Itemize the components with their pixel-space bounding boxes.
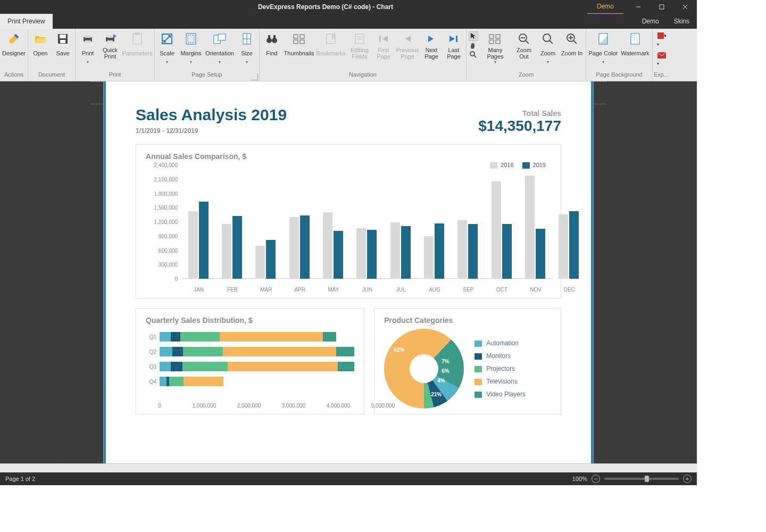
scale-button[interactable]: Scale▾: [156, 30, 178, 64]
group-label: Page Background: [587, 71, 651, 81]
svg-point-49: [470, 52, 474, 56]
group-label: Print: [77, 71, 153, 81]
hand-icon[interactable]: [469, 41, 478, 50]
svg-rect-13: [107, 35, 113, 38]
total-sales-label: Total Sales: [478, 109, 561, 118]
svg-rect-8: [60, 40, 65, 43]
donut-legend: Automation Monitors Projectors Televisio…: [474, 339, 526, 398]
open-icon: [34, 32, 47, 46]
size-button[interactable]: Size▾: [236, 30, 258, 64]
print-button[interactable]: Print▾: [77, 30, 99, 64]
horizontal-scrollbar[interactable]: [0, 463, 697, 472]
group-label: Navigation: [261, 71, 465, 81]
export-icon[interactable]: ▾: [657, 31, 665, 40]
legend-automation: Automation: [486, 339, 519, 347]
first-page-button: First Page: [372, 30, 395, 60]
quick-print-button[interactable]: Quick Print: [99, 30, 121, 60]
prev-page-button: Previous Page: [395, 30, 420, 60]
page-setup-dialog-launcher[interactable]: [251, 73, 258, 80]
find-button[interactable]: Find: [261, 30, 283, 60]
open-button[interactable]: Open: [29, 30, 52, 60]
pointer-icon[interactable]: [469, 31, 478, 41]
statusbar: Page 1 of 2 100% − +: [0, 472, 697, 485]
designer-button[interactable]: Designer: [1, 30, 27, 60]
group-page-setup: Scale▾ Margins▾ Orientation▾ Size▾ Page …: [155, 29, 260, 81]
svg-rect-1: [660, 5, 664, 9]
watermark-button[interactable]: Watermark: [619, 30, 651, 60]
bookmarks-button: Bookmarks: [315, 30, 347, 60]
zoom-out-status[interactable]: −: [592, 475, 600, 483]
zoom-button[interactable]: Zoom▾: [537, 30, 559, 64]
svg-rect-51: [489, 35, 494, 38]
svg-marker-38: [332, 34, 335, 39]
prev-page-icon: [401, 32, 414, 46]
preview-canvas[interactable]: Sales Analysis 2019 1/1/2019 - 12/31/201…: [0, 81, 697, 463]
zoom-in-status[interactable]: +: [683, 475, 692, 483]
svg-rect-54: [496, 40, 500, 44]
many-pages-button[interactable]: Many Pages▾: [479, 30, 511, 64]
margins-icon: [184, 32, 198, 46]
send-icon[interactable]: ▾: [657, 52, 665, 60]
parameters-icon: [130, 32, 144, 46]
page-indicator: Page 1 of 2: [5, 476, 35, 482]
thumbnails-button[interactable]: Thumbnails: [283, 30, 315, 60]
demo-chip[interactable]: Demo: [587, 0, 623, 14]
margins-button[interactable]: Margins▾: [178, 30, 204, 64]
tab-demo[interactable]: Demo: [635, 14, 667, 29]
window-title: DevExpress Reports Demo (C# code) - Char…: [64, 3, 587, 11]
printer-icon: [81, 32, 95, 46]
zoom-in-button[interactable]: Zoom In: [559, 30, 585, 60]
legend-projectors: Projectors: [486, 365, 515, 372]
zoom-thumb[interactable]: [645, 476, 649, 482]
svg-rect-53: [489, 40, 494, 44]
svg-rect-65: [631, 34, 639, 44]
svg-rect-11: [85, 40, 90, 44]
annual-title: Annual Sales Comparison, $: [146, 152, 551, 161]
page-color-button[interactable]: Page Color▾: [587, 30, 619, 64]
annual-chart: 2018 2019 0300,000600,000900,0001,200,00…: [146, 165, 551, 293]
svg-marker-45: [428, 36, 434, 42]
svg-point-29: [267, 38, 272, 43]
next-page-button[interactable]: Next Page: [420, 30, 443, 60]
magnifier-icon[interactable]: [469, 51, 478, 59]
thumbnails-icon: [292, 32, 306, 46]
total-sales-value: $14,350,177: [478, 118, 561, 135]
save-button[interactable]: Save: [52, 30, 74, 60]
group-actions: Designer Actions: [0, 29, 28, 81]
svg-marker-43: [382, 36, 388, 42]
export-col: ▾ ▾: [654, 30, 669, 60]
tab-skins[interactable]: Skins: [667, 14, 697, 29]
report-title: Sales Analysis 2019: [136, 106, 287, 124]
group-label: Page Setup: [156, 71, 258, 81]
minimize-button[interactable]: [627, 0, 650, 14]
svg-rect-31: [268, 35, 270, 38]
orientation-button[interactable]: Orientation▾: [204, 30, 236, 64]
tab-print-preview[interactable]: Print Preview: [0, 14, 53, 29]
quarterly-panel: Quarterly Sales Distribution, $ Q1Q2Q3Q4…: [136, 308, 364, 414]
svg-marker-48: [471, 33, 476, 39]
zoom-slider[interactable]: [604, 478, 679, 480]
close-button[interactable]: [673, 0, 697, 14]
last-page-button[interactable]: Last Page: [443, 30, 465, 60]
svg-rect-35: [294, 40, 298, 44]
svg-rect-32: [273, 35, 276, 38]
binoculars-icon: [265, 32, 279, 46]
report-page: Sales Analysis 2019 1/1/2019 - 12/31/201…: [104, 81, 593, 463]
maximize-button[interactable]: [650, 0, 673, 14]
quarterly-chart: Q1Q2Q3Q401,000,0002,000,0003,000,0004,00…: [146, 329, 354, 409]
svg-point-58: [543, 34, 551, 41]
zoom-icon: [541, 32, 555, 46]
tabs-row: Print Preview Demo Skins: [0, 14, 697, 29]
svg-line-50: [474, 55, 476, 57]
zoom-out-button[interactable]: Zoom Out: [511, 30, 537, 60]
categories-title: Product Categories: [384, 316, 551, 325]
save-icon: [56, 32, 70, 46]
svg-line-57: [526, 40, 529, 44]
next-page-icon: [424, 32, 438, 46]
orientation-icon: [213, 32, 227, 46]
svg-rect-36: [300, 40, 304, 44]
svg-rect-23: [188, 35, 194, 43]
svg-rect-10: [85, 35, 90, 38]
svg-marker-44: [405, 36, 411, 42]
svg-line-59: [549, 40, 553, 44]
